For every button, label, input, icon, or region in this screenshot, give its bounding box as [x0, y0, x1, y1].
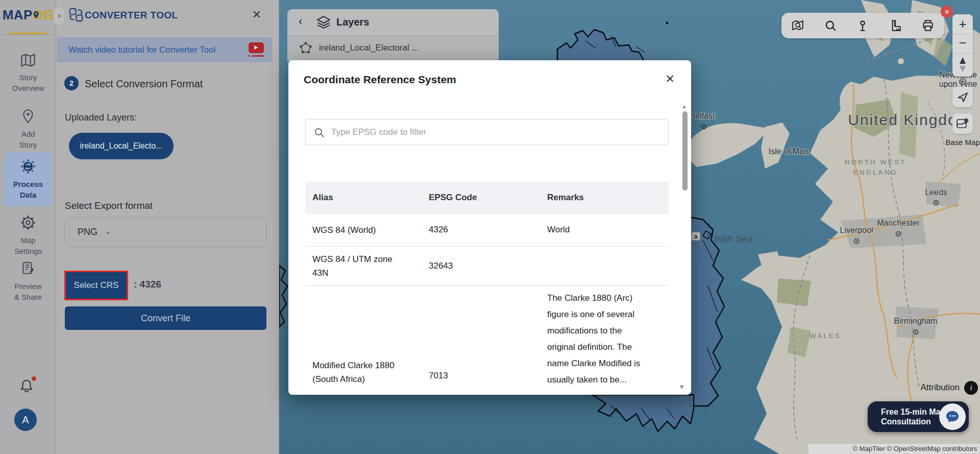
layers-panel: ‹ Layers ireland_Local_Electoral ...	[287, 9, 499, 61]
logo-pin-icon	[34, 11, 39, 18]
sidebar-item-label: Story	[0, 72, 56, 83]
column-header-remarks: Remarks	[540, 181, 669, 214]
label-manchester: Manchester	[877, 219, 920, 227]
print-button[interactable]	[920, 18, 936, 33]
process-data-icon	[20, 158, 36, 175]
compass-button[interactable]	[952, 53, 973, 76]
layers-title: Layers	[336, 16, 370, 28]
chevron-down-icon: ▼	[105, 230, 111, 236]
layers-icon	[316, 15, 331, 30]
map-legend-icon	[791, 19, 804, 32]
label-england: ENGLAND	[853, 169, 897, 176]
collapse-panel-button[interactable]: ›	[54, 7, 64, 25]
convert-file-button[interactable]: Convert File	[65, 306, 266, 330]
sidebar-item-label: Story	[0, 139, 56, 150]
svg-text:a: a	[694, 233, 698, 240]
sidebar-item-label: Process	[4, 179, 52, 189]
chat-bubble-circle	[939, 403, 966, 430]
epsg-search-input[interactable]	[331, 120, 658, 145]
modal-title: Coordinate Reference System	[304, 74, 456, 86]
scrollbar-up-arrow[interactable]: ▲	[681, 103, 687, 109]
close-toolbar-badge[interactable]: ✕	[941, 6, 953, 18]
attribution-label: Attribution	[920, 383, 960, 393]
zoom-control: + −	[952, 14, 973, 77]
watch-tutorial-button[interactable]: Watch video tutorial for Converter Tool	[57, 37, 272, 62]
app-root: a Belfast United Kingdom Newcastle upon …	[0, 0, 980, 454]
uploaded-layer-chip[interactable]: ireland_Local_Electo...	[69, 133, 174, 159]
base-map-label: Base Map	[937, 138, 980, 147]
export-format-select[interactable]: PNG ▼	[65, 217, 266, 247]
consultation-button[interactable]: Free 15-min Map Consultation	[868, 401, 969, 432]
crs-code: 4326	[422, 214, 540, 246]
chat-icon	[945, 410, 960, 424]
consultation-line1: Free 15-min Map	[881, 407, 945, 417]
notifications-button[interactable]	[19, 378, 37, 395]
select-crs-button[interactable]: Select CRS	[64, 271, 128, 300]
bell-icon	[19, 378, 34, 394]
story-overview-icon	[20, 53, 36, 68]
column-header-alias: Alias	[305, 181, 422, 214]
add-story-icon	[20, 108, 36, 125]
crs-alias: Modified Clarke 1880 (South Africa)	[312, 359, 399, 386]
measure-button[interactable]	[888, 18, 903, 33]
icon-rail: MAPOG Story Overview Add Story Process D…	[0, 0, 56, 454]
navigate-button[interactable]	[952, 87, 973, 107]
crs-selected-value: : 4326	[134, 279, 161, 290]
map-search-button[interactable]	[823, 18, 838, 33]
rail-divider	[0, 35, 56, 35]
mapog-logo[interactable]: MAPOG	[0, 7, 56, 23]
consultation-line2: Consultation	[881, 417, 945, 426]
sidebar-item-preview-share[interactable]: Preview & Share	[0, 260, 56, 302]
info-icon[interactable]: i	[964, 381, 978, 395]
sidebar-item-label: Overview	[0, 83, 56, 93]
select-crs-label: Select CRS	[66, 272, 127, 299]
avatar[interactable]: A	[14, 409, 37, 431]
compass-needle-icon	[957, 56, 969, 74]
close-converter-icon[interactable]: ✕	[252, 8, 261, 21]
sidebar-item-label: Settings	[0, 246, 56, 256]
table-row[interactable]: Modified Clarke 1880 (South Africa) 7013…	[305, 285, 669, 388]
epsg-search-box	[305, 119, 669, 145]
crs-remarks: The Clarke 1880 (Arc) figure is one of s…	[540, 285, 669, 388]
panel-title: CONVERTER TOOL	[85, 10, 178, 21]
sidebar-item-map-settings[interactable]: Map Settings	[0, 214, 56, 256]
sidebar-item-label: Preview	[0, 281, 56, 292]
scroll-more-icon[interactable]: ▼	[678, 383, 685, 391]
converter-tool-icon	[68, 7, 84, 22]
label-irish-sea: Irish Sea	[715, 233, 753, 244]
geolocate-mini-icon[interactable]	[959, 78, 966, 85]
base-map-icon	[956, 117, 969, 130]
locate-point-button[interactable]	[855, 18, 870, 33]
sidebar-item-story-overview[interactable]: Story Overview	[0, 53, 56, 93]
search-icon	[314, 127, 325, 138]
crs-modal: Coordinate Reference System ✕ Alias EPSG…	[288, 60, 691, 395]
modal-scrollbar-thumb[interactable]	[682, 111, 688, 190]
map-legend-button[interactable]	[790, 18, 805, 33]
base-map-button[interactable]	[952, 113, 973, 134]
label-liverpool: Liverpool	[840, 226, 873, 234]
zoom-out-button[interactable]: −	[952, 34, 973, 53]
printer-icon	[921, 19, 935, 32]
preview-share-icon	[20, 260, 36, 277]
search-icon	[824, 19, 837, 32]
islet-dot	[666, 22, 669, 25]
polygon-layer-icon	[300, 42, 312, 54]
navigation-arrow-icon	[957, 91, 969, 103]
sidebar-item-process-data[interactable]: Process Data	[4, 152, 52, 206]
table-header-row: Alias EPSG Code Remarks	[305, 181, 669, 214]
export-format-value: PNG	[78, 227, 97, 237]
layer-list-item[interactable]: ireland_Local_Electoral ...	[319, 43, 419, 53]
modal-close-icon[interactable]: ✕	[666, 73, 675, 86]
sidebar-item-add-story[interactable]: Add Story	[0, 108, 56, 150]
zoom-in-button[interactable]: +	[952, 14, 973, 34]
crs-alias: WGS 84 (World)	[312, 223, 376, 237]
uploaded-layers-label: Uploaded Layers:	[65, 112, 137, 123]
back-chevron-icon[interactable]: ‹	[299, 15, 302, 28]
crs-table: Alias EPSG Code Remarks WGS 84 (World) 4…	[305, 181, 669, 388]
table-row[interactable]: WGS 84 / UTM zone 43N 32643	[305, 246, 669, 285]
crs-alias: WGS 84 / UTM zone 43N	[312, 252, 399, 280]
logo-underline	[9, 33, 47, 34]
table-row[interactable]: WGS 84 (World) 4326 World	[305, 214, 669, 246]
sidebar-item-label: Data	[4, 189, 52, 200]
ruler-icon	[889, 19, 902, 32]
